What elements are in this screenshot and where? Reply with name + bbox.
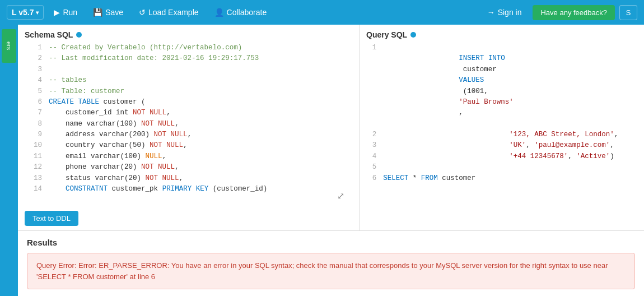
collaborate-button[interactable]: 👤 Collaborate [209, 6, 273, 19]
table-row: 13 status varchar(20) NOT NULL, [25, 173, 352, 184]
run-button[interactable]: ▶ Run [48, 6, 83, 19]
results-section: Results Query Error: Error: ER_PARSE_ERR… [18, 231, 644, 296]
table-row: 6 SELECT * FROM customer [366, 173, 637, 184]
query-sql-panel: Query SQL 1 INSERT INTO customer VALUES [360, 25, 644, 230]
table-row: 5 [366, 162, 637, 173]
table-row: 10 country varchar(50) NOT NULL, [25, 140, 352, 151]
load-example-button[interactable]: ↺ Load Example [133, 6, 204, 19]
query-status-dot [410, 32, 416, 38]
table-row: 12 phone varchar(20) NOT NULL, [25, 162, 352, 173]
run-icon: ▶ [54, 8, 60, 17]
table-row: 9 address varchar(200) NOT NULL, [25, 130, 352, 140]
table-row: 3 'UK', 'paul@example.com', [366, 140, 637, 151]
table-row: 6CREATE TABLE customer ( [25, 97, 352, 108]
editors-row: Schema SQL 1-- Created by Vertabelo (htt… [18, 25, 644, 231]
table-row: 5-- Table: customer [25, 86, 352, 97]
table-row: 4 '+44 12345678', 'Active') [366, 151, 637, 162]
signin-button[interactable]: → Sign in [480, 6, 529, 19]
save-icon: 💾 [93, 8, 102, 17]
text-to-ddl-button[interactable]: Text to DDL [25, 211, 78, 226]
schema-sql-panel: Schema SQL 1-- Created by Vertabelo (htt… [18, 25, 360, 230]
schema-code-table: 1-- Created by Vertabelo (http://vertabe… [25, 43, 352, 195]
results-title: Results [27, 238, 635, 247]
table-row: 1 INSERT INTO customer VALUES (1001, 'Pa… [366, 43, 637, 130]
query-sql-header: Query SQL [366, 30, 637, 39]
topnav: L v5.7 ▾ ▶ Run 💾 Save ↺ Load Example 👤 C… [0, 0, 644, 25]
schema-status-dot [76, 32, 82, 38]
table-row: 4-- tables [25, 75, 352, 86]
brand-label: L v5.7 [12, 8, 34, 17]
brand-badge[interactable]: L v5.7 ▾ [7, 5, 44, 20]
table-row: 14 CONSTRATNT customer_pk PRIMARY KEY (c… [25, 184, 352, 195]
feedback-button[interactable]: Have any feedback? [533, 5, 615, 20]
error-text: Query Error: Error: ER_PARSE_ERROR: You … [36, 261, 608, 281]
table-row: 2-- Last modification date: 2021-02-16 1… [25, 53, 352, 64]
sidebar-action-button[interactable]: ers [2, 29, 16, 63]
save-button[interactable]: 💾 Save [87, 6, 129, 19]
load-icon: ↺ [139, 8, 146, 17]
table-row: 1-- Created by Vertabelo (http://vertabe… [25, 43, 352, 53]
table-row: 11 email varchar(100) NULL, [25, 151, 352, 162]
left-sidebar: ers [0, 25, 18, 296]
signin-icon: → [487, 8, 495, 17]
expand-icon[interactable]: ⤢ [337, 190, 344, 204]
error-box: Query Error: Error: ER_PARSE_ERROR: You … [27, 253, 635, 289]
query-sql-title: Query SQL [366, 30, 407, 39]
schema-code-area[interactable]: 1-- Created by Vertabelo (http://vertabe… [25, 43, 352, 207]
schema-code-scroll[interactable]: 1-- Created by Vertabelo (http://vertabe… [25, 43, 352, 207]
table-row: 7 customer_id int NOT NULL, [25, 108, 352, 118]
chevron-down-icon: ▾ [36, 10, 39, 16]
table-row: 8 name varchar(100) NOT NULL, [25, 119, 352, 130]
collaborate-icon: 👤 [214, 8, 224, 17]
schema-sql-title: Schema SQL [25, 30, 73, 39]
main-layout: ers Schema SQL 1-- Created by Vertabelo … [0, 25, 644, 296]
query-code-table: 1 INSERT INTO customer VALUES (1001, 'Pa… [366, 43, 637, 184]
table-row: 2 '123, ABC Street, London', [366, 130, 637, 140]
query-code-area[interactable]: 1 INSERT INTO customer VALUES (1001, 'Pa… [366, 43, 637, 226]
query-code-scroll[interactable]: 1 INSERT INTO customer VALUES (1001, 'Pa… [366, 43, 637, 226]
table-row: 3 [25, 64, 352, 75]
schema-sql-header: Schema SQL [25, 30, 352, 39]
extra-button[interactable]: S [619, 5, 637, 20]
